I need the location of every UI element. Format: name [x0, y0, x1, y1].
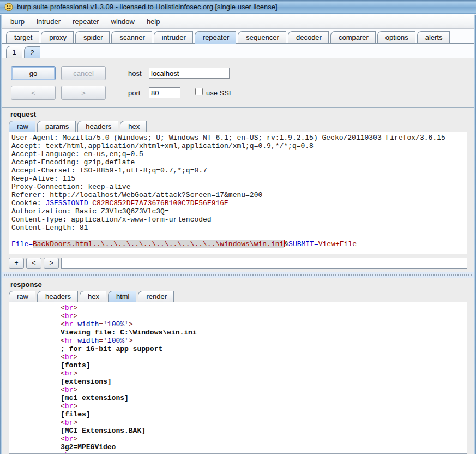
code-segment: >: [73, 402, 77, 410]
code-segment: >: [73, 435, 77, 443]
code-segment: '>: [124, 320, 133, 328]
tab-spider[interactable]: spider: [75, 31, 110, 43]
window-frame-left: [0, 15, 2, 454]
response-line: <br>: [11, 435, 467, 443]
tab-options[interactable]: options: [377, 31, 415, 43]
tab-comparer[interactable]: comparer: [330, 31, 376, 43]
response-tab-bar: rawheadershexhtmlrender: [9, 289, 467, 302]
code-segment: [extensions]: [61, 378, 112, 386]
response-line: [files]: [11, 410, 467, 419]
use-ssl-checkbox[interactable]: [195, 88, 203, 95]
code-segment: >: [73, 451, 77, 454]
response-line: <br>: [11, 353, 467, 361]
code-segment: <: [61, 419, 65, 427]
request-tab-hex[interactable]: hex: [120, 121, 147, 132]
request-line: Authorization: Basic Z3Vlc3Q6Z3Vlc3Q=: [11, 207, 467, 216]
request-line: File=BackDoors.html..\..\..\..\..\..\..\…: [11, 240, 467, 248]
response-line: <br>: [11, 402, 467, 410]
code-segment: =': [99, 320, 107, 328]
code-segment: [files]: [61, 410, 91, 419]
code-segment: BackDoors.html..\..\..\..\..\..\..\..\..…: [33, 240, 284, 248]
request-tab-params[interactable]: params: [37, 121, 76, 132]
code-segment: >: [73, 369, 77, 378]
response-line: <br>: [11, 312, 467, 320]
tab-repeater[interactable]: repeater: [195, 31, 236, 44]
response-viewer[interactable]: <br><br><hr width='100%'>Viewing file: C…: [9, 302, 467, 454]
code-segment: <: [61, 369, 65, 378]
next-request-button[interactable]: >: [61, 86, 106, 100]
code-segment: <: [61, 435, 65, 443]
menu-item-window[interactable]: window: [105, 15, 141, 28]
response-tab-headers[interactable]: headers: [37, 291, 78, 302]
repeater-tab-2[interactable]: 2: [24, 46, 40, 58]
menu-item-repeater[interactable]: repeater: [67, 15, 105, 28]
search-input[interactable]: [61, 258, 467, 269]
burp-window: burp suite professional v1.3.09 - licens…: [0, 0, 476, 454]
code-segment: Authorization: Basic Z3Vlc3Q6Z3Vlc3Q=: [11, 207, 169, 216]
request-editor[interactable]: User-Agent: Mozilla/5.0 (Windows; U; Win…: [9, 132, 467, 254]
response-line: <br>: [11, 451, 467, 454]
code-segment: hr: [65, 320, 74, 328]
tab-intruder[interactable]: intruder: [154, 31, 193, 43]
code-segment: width: [77, 320, 99, 328]
response-tab-raw[interactable]: raw: [9, 291, 35, 302]
response-line: <hr width='100%'>: [11, 320, 467, 328]
menu-item-intruder[interactable]: intruder: [31, 15, 67, 28]
host-input[interactable]: [149, 68, 230, 79]
tab-target[interactable]: target: [6, 31, 39, 43]
code-segment: Content-Type: application/x-www-form-url…: [11, 216, 212, 224]
tab-alerts[interactable]: alerts: [417, 31, 450, 43]
code-segment: >: [73, 386, 77, 394]
host-label: host: [128, 69, 142, 77]
code-segment: Cookie:: [11, 199, 45, 207]
tab-proxy[interactable]: proxy: [41, 31, 74, 43]
request-tab-raw[interactable]: raw: [9, 121, 35, 132]
panel-splitter[interactable]: [2, 272, 474, 278]
add-search-term-button[interactable]: +: [9, 258, 24, 269]
code-segment: br: [65, 312, 74, 320]
search-previous-button[interactable]: <: [26, 258, 41, 269]
code-segment: [fonts]: [61, 361, 91, 369]
use-ssl-label: use SSL: [206, 89, 233, 97]
code-segment: Viewing file: C:\Windows\win.ini: [61, 328, 197, 337]
response-line: <br>: [11, 419, 467, 427]
request-search-toolbar: + < >: [2, 254, 474, 272]
code-segment: width: [77, 337, 99, 345]
menu-item-burp[interactable]: burp: [4, 15, 31, 28]
cancel-button[interactable]: cancel: [61, 66, 106, 80]
code-segment: <: [61, 353, 65, 361]
code-segment: =': [99, 337, 107, 345]
code-segment: >: [73, 353, 77, 361]
code-segment: '>: [124, 337, 133, 345]
request-panel-title: request: [2, 108, 474, 119]
request-line: Referer: http://localhost/WebGoat/attack…: [11, 191, 467, 199]
tab-sequencer[interactable]: sequencer: [238, 31, 286, 43]
code-segment: br: [65, 435, 74, 443]
request-line: Cookie: JSESSIONID=C82BC852DF7A73676B100…: [11, 199, 467, 207]
code-segment: >: [73, 312, 77, 320]
repeater-tab-1[interactable]: 1: [6, 46, 22, 58]
tab-scanner[interactable]: scanner: [111, 31, 152, 43]
tab-decoder[interactable]: decoder: [288, 31, 329, 43]
go-button[interactable]: go: [11, 66, 56, 80]
code-segment: br: [65, 353, 74, 361]
code-segment: Accept-Encoding: gzip,deflate: [11, 158, 135, 166]
title-bar[interactable]: burp suite professional v1.3.09 - licens…: [0, 0, 476, 14]
response-line: 3g2=MPEGVideo: [11, 443, 467, 451]
response-tab-render[interactable]: render: [138, 291, 174, 302]
code-segment: <: [61, 304, 65, 312]
code-segment: 100%: [107, 337, 124, 345]
port-label: port: [128, 89, 140, 97]
port-input[interactable]: [149, 87, 180, 98]
menu-item-help[interactable]: help: [141, 15, 166, 28]
request-tab-headers[interactable]: headers: [77, 121, 118, 132]
previous-request-button[interactable]: <: [11, 86, 56, 100]
request-line: Content-Type: application/x-www-form-url…: [11, 216, 467, 224]
search-next-button[interactable]: >: [44, 258, 59, 269]
response-tab-hex[interactable]: hex: [80, 291, 106, 302]
code-segment: ; for 16-bit app support: [61, 345, 162, 353]
request-line: [11, 232, 467, 240]
response-tab-html[interactable]: html: [108, 291, 137, 302]
request-panel: request rawparamsheadershex User-Agent: …: [2, 107, 474, 272]
response-panel: response rawheadershexhtmlrender <br><br…: [2, 278, 474, 454]
